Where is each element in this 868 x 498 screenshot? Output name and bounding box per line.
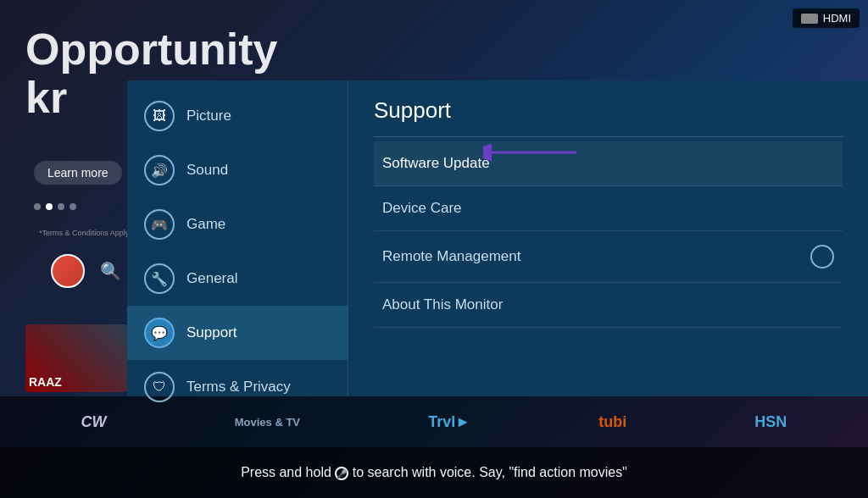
menu-item-general[interactable]: 🔧 General (127, 252, 348, 306)
dot-3 (58, 203, 64, 210)
menu-item-game[interactable]: 🎮 Game (127, 197, 348, 252)
carousel-dots (34, 203, 76, 210)
channel-trvl: Trvl► (428, 413, 470, 431)
panel-title: Support (374, 97, 843, 124)
terms-icon: 🛡 (144, 372, 175, 402)
dot-2 (46, 203, 53, 210)
terms-text: *Terms & Conditions Apply. (39, 229, 131, 237)
menu-item-picture[interactable]: 🖼 Picture (127, 89, 348, 143)
settings-right-panel: Support Software Update Device Care Remo… (348, 80, 868, 396)
movie-thumbnail-left[interactable]: RAAZ (25, 324, 127, 392)
remote-management-radio[interactable] (810, 245, 834, 268)
picture-icon: 🖼 (144, 101, 175, 131)
game-icon: 🎮 (144, 209, 175, 240)
menu-item-game-label: Game (186, 216, 225, 233)
menu-item-support-label: Support (186, 324, 237, 341)
support-item-about-monitor[interactable]: About This Monitor (374, 283, 843, 328)
settings-left-menu: 🖼 Picture 🔊 Sound 🎮 Game 🔧 General 💬 Sup… (127, 80, 348, 396)
user-avatar[interactable] (51, 254, 85, 288)
software-update-label: Software Update (382, 155, 490, 172)
left-controls: 🔍 (51, 254, 125, 288)
support-item-software-update[interactable]: Software Update (374, 141, 843, 186)
menu-item-general-label: General (186, 270, 237, 287)
support-item-remote-management[interactable]: Remote Management (374, 231, 843, 283)
hdmi-icon (801, 14, 818, 24)
hdmi-badge: HDMI (793, 8, 860, 28)
about-monitor-label: About This Monitor (382, 296, 503, 313)
menu-item-terms-label: Terms & Privacy (186, 379, 291, 396)
menu-item-sound-label: Sound (186, 162, 228, 179)
menu-item-support[interactable]: 💬 Support (127, 306, 348, 360)
general-icon: 🔧 (144, 263, 175, 294)
channel-cw: CW (81, 413, 107, 431)
support-icon: 💬 (144, 318, 175, 348)
search-icon[interactable]: 🔍 (95, 256, 125, 286)
dot-1 (34, 203, 41, 210)
menu-item-picture-label: Picture (186, 108, 231, 125)
device-care-label: Device Care (382, 200, 462, 217)
menu-item-terms[interactable]: 🛡 Terms & Privacy (127, 360, 348, 414)
channel-hsn: HSN (754, 413, 787, 431)
learn-more-button[interactable]: Learn more (34, 161, 122, 185)
panel-divider (374, 136, 843, 137)
support-item-device-care[interactable]: Device Care (374, 186, 843, 231)
bottom-bar-text: Press and hold 🎤 to search with voice. S… (241, 465, 627, 480)
channel-go: Movies & TV (235, 416, 300, 429)
dot-4 (70, 203, 76, 210)
settings-overlay: 🖼 Picture 🔊 Sound 🎮 Game 🔧 General 💬 Sup… (127, 80, 868, 396)
remote-management-label: Remote Management (382, 248, 520, 265)
menu-item-sound[interactable]: 🔊 Sound (127, 143, 348, 197)
channel-tubi: tubi (598, 413, 626, 431)
bottom-bar: Press and hold 🎤 to search with voice. S… (0, 447, 868, 498)
sound-icon: 🔊 (144, 155, 175, 185)
